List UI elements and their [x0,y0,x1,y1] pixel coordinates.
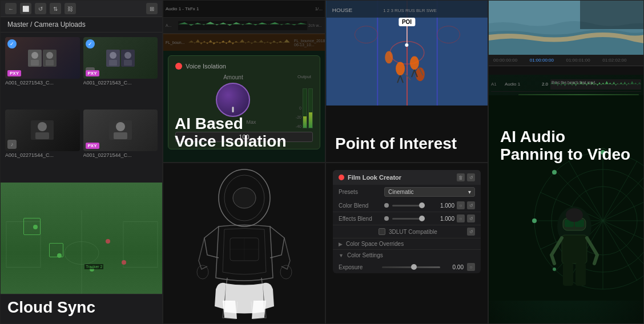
color-blend-dot [384,203,389,208]
media-thumbnail[interactable]: ✓ ♪ PXY [83,37,158,79]
film-look-active-dot [339,175,344,180]
exposure-slider[interactable] [382,266,440,268]
vi-scale: 0 -20 -40 [296,106,301,128]
toolbar-back-btn[interactable]: ← [5,3,17,14]
toolbar-fwd-btn[interactable]: ⬜ [20,3,31,14]
waveform-display [178,21,307,30]
color-settings-section[interactable]: ▼ Color Settings [333,249,481,261]
poi-background: HOUSE 1 2 3 RUS RUS BLR SWE POI Point of… [326,1,488,162]
3dlut-reset-btn[interactable]: ↺ [467,228,475,236]
film-look-reset-btn[interactable]: ↺ [467,173,475,181]
media-filename: A001_02271543_C... [83,79,158,87]
effects-blend-value: 1.000 [432,216,454,222]
tracker-box [23,218,41,235]
cell-color-settings: Film Look Creator 🗑 ↺ Presets Cinematic … [325,163,488,324]
svg-point-37 [396,62,405,75]
media-filename: A001_02271544_C... [5,151,80,159]
list-item[interactable]: ✓ ♪ PXY A001_02271543_C... [83,37,158,106]
film-look-header-actions: 🗑 ↺ [457,173,475,181]
time-marker-2: 01:00:01:00 [566,58,603,63]
time-marker-start: 00:00:00:00 [493,58,530,63]
svg-rect-9 [109,60,117,66]
color-blend-reset-btn[interactable]: ○ [457,201,465,209]
list-item[interactable]: PXY A001_02271544_C... [83,110,158,179]
exposure-dot-btn[interactable]: ○ [467,263,475,271]
aerial-svg [489,1,643,55]
media-thumbnail[interactable]: ♪ [5,110,80,151]
collapse-right-icon: ▶ [339,241,343,247]
effects-blend-slider[interactable] [392,218,425,220]
vi-enable-row: Voice Isolation [175,63,313,70]
color-blend-label: Color Blend [339,202,384,209]
toolbar-grid-btn[interactable]: ⊞ [146,3,158,14]
svg-text:HOUSE: HOUSE [332,7,353,13]
toolbar: ← ⬜ ↺ ⇅ ⛓ ⊞ [1,1,162,17]
color-blend-row: Color Blend 1.000 ○ ↺ [333,199,481,212]
vi-meter-fill [303,116,307,128]
vi-meters: 0 -20 -40 [296,83,313,128]
film-look-title: Film Look Creator [348,174,401,181]
media-proxy-badge: PXY [86,143,99,149]
3dlut-row: 3DLUT Compatible ↺ [333,225,481,238]
vi-meter-right [308,88,313,128]
list-item[interactable]: ✓ PXY A001_02271543_C... [5,37,80,106]
list-item[interactable]: ♪ A001_02271544_C... [5,110,80,179]
vi-output-label: Output [297,74,311,79]
svg-point-2 [31,52,38,59]
svg-point-70 [553,268,556,271]
3dlut-checkbox[interactable] [379,228,385,235]
breadcrumb: Master / Camera Uploads [1,17,162,33]
bounce-track: FL_boun... FL_bounce_2018-06-13_10... [163,34,325,51]
color-blend-slider[interactable] [392,205,425,206]
vi-knob[interactable] [216,83,250,117]
audio-filename: Audio 1 - TkFx 1 [166,6,199,11]
poi-marker: POI [399,18,415,47]
svg-point-8 [110,52,116,59]
player-dot [106,239,110,244]
presets-dropdown[interactable]: Cinematic ▾ [384,187,475,197]
astronaut-svg [176,164,313,323]
svg-rect-79 [575,263,586,286]
svg-point-16 [116,122,125,131]
vi-meter-fill [309,112,312,128]
toolbar-share-btn[interactable]: ⇅ [50,3,61,14]
svg-point-25 [197,265,208,279]
audio-ruler: 00:00:00:00 01:00:00:00 01:00:01:00 01:0… [489,55,643,66]
presets-value: Cinematic [388,189,413,195]
svg-point-68 [532,218,537,223]
3dlut-label: 3DLUT Compatible [389,229,437,235]
presets-label: Presets [339,189,384,195]
media-thumbnail[interactable]: ✓ PXY [5,37,80,79]
effects-blend-dot [384,216,389,221]
aerial-view [489,1,643,55]
media-proxy-badge: PXY [86,70,99,76]
cell-poi: HOUSE 1 2 3 RUS RUS BLR SWE POI Point of… [325,0,488,163]
poi-label-section: Point of Interest [326,106,488,162]
vi-output-section: Output 0 -20 -40 [296,74,313,128]
toolbar-refresh-btn[interactable]: ↺ [35,3,46,14]
color-space-section[interactable]: ▶ Color Space Overrides [333,238,481,249]
audio-panning-background: Audio 2 F-B: -1:00 D-L: 0 [489,1,643,323]
time-marker-3: 01:02:02:00 [602,58,639,63]
effects-blend-reset-btn[interactable]: ○ [457,214,465,222]
chevron-down-icon: ▾ [468,189,471,195]
soccer-preview: Tracker 2 Cloud Sync [1,183,162,323]
voice-isolation-label-section: AI BasedVoice Isolation [175,115,287,151]
thumb-svg [103,47,138,70]
effects-blend-menu-btn[interactable]: ↺ [467,214,475,222]
svg-point-24 [233,188,256,208]
svg-point-4 [46,52,53,59]
media-thumbnail[interactable]: PXY [83,110,158,151]
audio-track-row-a1: A1 Audio 1 2.0 Brac the beach feat.mp4 [491,77,641,92]
toolbar-link-btn[interactable]: ⛓ [65,3,76,14]
film-look-delete-btn[interactable]: 🗑 [457,173,465,181]
svg-point-39 [385,51,393,63]
color-blend-menu-btn[interactable]: ↺ [467,201,475,209]
svg-rect-5 [46,60,54,66]
film-look-header: Film Look Creator 🗑 ↺ [333,170,481,185]
cloud-sync-title: Cloud Sync [7,299,155,317]
vi-enable-checkbox[interactable] [175,63,182,70]
vi-panel-title: Voice Isolation [186,63,226,70]
thumb-svg [103,119,138,141]
cell-voice-isolation: Audio 1 - TkFx 1 1/... A... 2ch w... FL_… [163,0,325,163]
